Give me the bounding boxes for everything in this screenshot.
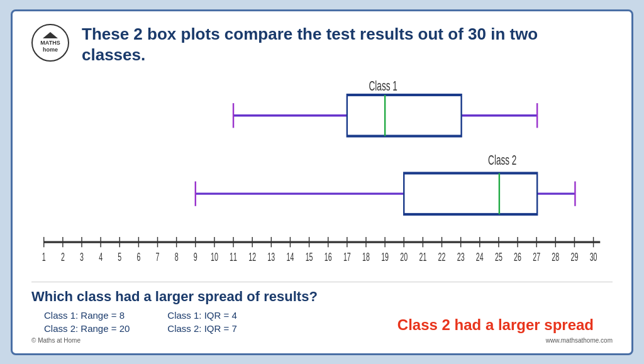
class1-range: Class 1: Range = 8	[44, 310, 130, 321]
question-text: Which class had a larger spread of resul…	[31, 289, 613, 305]
svg-text:30: 30	[590, 251, 597, 263]
svg-text:5: 5	[118, 251, 121, 263]
footer-right: www.mathsathome.com	[546, 337, 613, 344]
svg-text:25: 25	[495, 251, 502, 263]
main-card: MATHS home These 2 box plots compare the…	[11, 9, 633, 355]
question-section: Which class had a larger spread of resul…	[31, 285, 613, 334]
svg-text:2: 2	[61, 251, 65, 263]
svg-text:28: 28	[552, 251, 559, 263]
svg-text:19: 19	[381, 251, 389, 263]
class2-iqr: Class 2: IQR = 7	[167, 323, 236, 334]
svg-text:21: 21	[419, 251, 426, 263]
svg-text:10: 10	[211, 251, 218, 263]
divider	[31, 282, 613, 282]
svg-text:17: 17	[343, 251, 351, 263]
class1-label: Class 1	[369, 78, 397, 94]
main-title: These 2 box plots compare the test resul…	[82, 24, 538, 67]
box-plot-area: axis-ticks Class 1 Class 2	[38, 72, 606, 278]
svg-text:6: 6	[136, 251, 140, 263]
svg-text:14: 14	[287, 251, 294, 263]
svg-text:22: 22	[438, 251, 446, 263]
box-plots-svg: axis-ticks Class 1 Class 2	[38, 72, 606, 278]
class1-iqr: Class 1: IQR = 4	[167, 310, 236, 321]
class2-range: Class 2: Range = 20	[44, 323, 130, 334]
header-row: MATHS home These 2 box plots compare the…	[31, 24, 613, 67]
svg-text:18: 18	[362, 251, 370, 263]
svg-text:9: 9	[194, 251, 197, 263]
svg-rect-5	[347, 95, 462, 136]
svg-rect-11	[404, 174, 537, 214]
svg-text:3: 3	[80, 251, 84, 263]
svg-text:4: 4	[99, 251, 103, 263]
class2-label: Class 2	[488, 152, 516, 168]
stats-col-range: Class 1: Range = 8 Class 2: Range = 20	[44, 310, 130, 334]
svg-text:11: 11	[230, 251, 237, 263]
svg-text:1: 1	[42, 251, 46, 263]
stats-col-iqr: Class 1: IQR = 4 Class 2: IQR = 7	[167, 310, 236, 334]
answer-text: Class 2 had a larger spread	[397, 316, 594, 334]
svg-text:16: 16	[325, 251, 332, 263]
svg-text:23: 23	[457, 251, 465, 263]
svg-text:27: 27	[533, 251, 540, 263]
logo: MATHS home	[31, 24, 69, 62]
svg-text:24: 24	[476, 251, 484, 263]
logo-text-home: home	[43, 47, 58, 53]
svg-text:12: 12	[248, 251, 256, 263]
svg-text:26: 26	[514, 251, 521, 263]
svg-text:20: 20	[400, 251, 408, 263]
footer: © Maths at Home www.mathsathome.com	[31, 337, 613, 344]
stats-row: Class 1: Range = 8 Class 2: Range = 20 C…	[44, 310, 237, 334]
svg-text:7: 7	[156, 251, 160, 263]
logo-text-maths: MATHS	[40, 40, 60, 47]
footer-left: © Maths at Home	[31, 337, 80, 344]
svg-text:13: 13	[267, 251, 275, 263]
svg-text:8: 8	[175, 251, 179, 263]
svg-text:15: 15	[306, 251, 313, 263]
svg-text:29: 29	[571, 251, 579, 263]
